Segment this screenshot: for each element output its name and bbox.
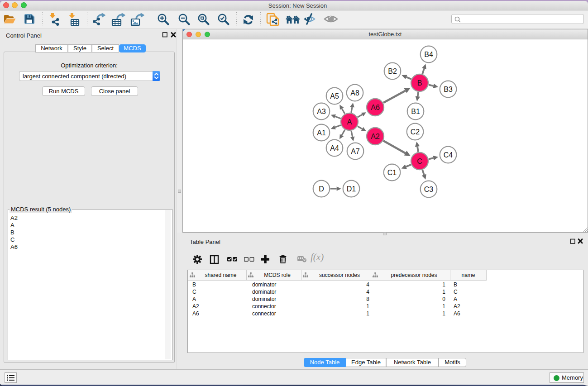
svg-text:C2: C2 (411, 128, 420, 136)
svg-text:B: B (417, 79, 422, 87)
svg-text:A2: A2 (371, 133, 380, 140)
svg-text:B1: B1 (411, 108, 420, 115)
svg-text:C3: C3 (424, 186, 434, 193)
svg-text:f(x): f(x) (311, 252, 324, 262)
svg-text:C4: C4 (444, 151, 453, 159)
svg-text:A8: A8 (350, 89, 359, 97)
svg-text:A6: A6 (371, 104, 380, 111)
svg-text:C1: C1 (387, 169, 397, 176)
svg-text:B2: B2 (388, 67, 397, 75)
svg-text:D1: D1 (347, 185, 356, 193)
svg-text:C: C (417, 157, 422, 165)
svg-text:A5: A5 (330, 92, 339, 100)
svg-text:B4: B4 (424, 51, 433, 58)
svg-text:A: A (347, 118, 352, 126)
svg-text:A4: A4 (330, 144, 339, 152)
svg-text:A7: A7 (351, 148, 360, 155)
svg-text:A3: A3 (317, 108, 326, 115)
svg-text:B3: B3 (444, 86, 453, 93)
svg-text:D: D (319, 185, 324, 193)
svg-text:A1: A1 (317, 129, 326, 137)
